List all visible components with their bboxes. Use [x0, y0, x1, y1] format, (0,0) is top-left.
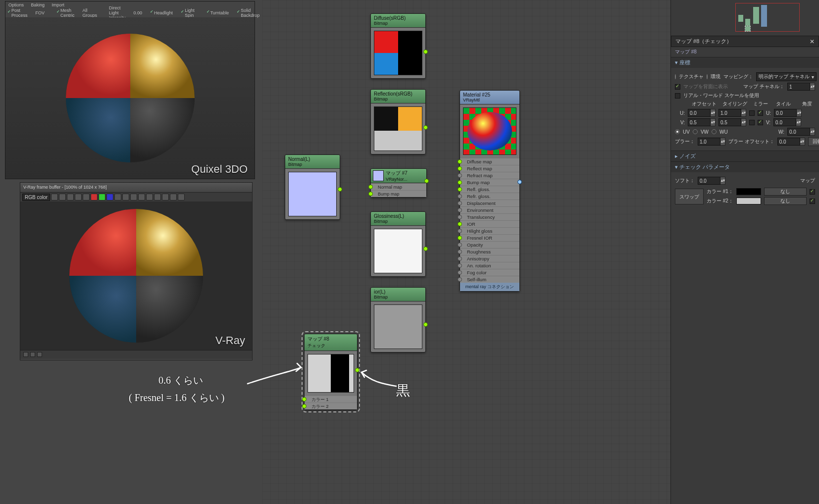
node-checker[interactable]: マップ #8チェック カラー 1 カラー 2 [304, 334, 358, 410]
vfb-icon[interactable] [130, 194, 137, 201]
vmtl-slot[interactable]: Refl. gloss. [460, 186, 519, 193]
mapchannel-input[interactable] [787, 83, 810, 91]
slot-color2[interactable]: カラー 2 [305, 403, 357, 409]
spinner-icon[interactable]: ▴▾ [796, 118, 801, 126]
input-socket[interactable] [458, 194, 462, 199]
color2-enable-checkbox[interactable] [810, 199, 815, 204]
color2-map-button[interactable]: なし [764, 197, 807, 205]
node-diffuse[interactable]: Diffuse(sRGB)Bitmap [370, 13, 426, 79]
vray-channel-dropdown[interactable]: RGB color [22, 194, 50, 201]
vfb-icon[interactable] [75, 194, 82, 201]
radio-uv[interactable] [675, 129, 680, 134]
showback-checkbox[interactable] [675, 84, 680, 90]
radio-wu[interactable] [712, 129, 717, 134]
color1-enable-checkbox[interactable] [810, 189, 815, 195]
rollout-header[interactable]: ▾ 座標 [671, 57, 819, 68]
spinner-icon[interactable]: ▴▾ [797, 109, 802, 117]
vfb-g-icon[interactable] [99, 194, 105, 201]
input-socket[interactable] [458, 229, 462, 233]
vfb-status-icon[interactable] [30, 352, 35, 357]
v-angle-input[interactable] [773, 118, 796, 126]
u-mirror-checkbox[interactable] [749, 110, 755, 116]
vmtl-slot[interactable]: An. rotation [460, 262, 519, 269]
vmtl-slot[interactable]: Self-illum [460, 276, 519, 283]
input-socket[interactable] [458, 277, 462, 282]
vmtl-slot[interactable]: Environment [460, 206, 519, 213]
input-socket[interactable] [458, 270, 462, 275]
spinner-icon[interactable]: ▴▾ [810, 83, 815, 91]
quixel-viewport[interactable]: Quixel 3DO [5, 17, 255, 179]
spinner-icon[interactable]: ▴▾ [720, 138, 725, 146]
w-angle-input[interactable] [787, 128, 810, 136]
groups-dropdown[interactable]: All Groups [83, 8, 98, 18]
radio-environ[interactable] [707, 74, 708, 79]
output-socket[interactable] [338, 187, 342, 192]
vfb-b-icon[interactable] [106, 194, 113, 201]
blur-input[interactable] [698, 138, 720, 146]
vfb-icon[interactable] [138, 194, 145, 201]
input-socket[interactable] [458, 215, 462, 219]
vfb-status-icon[interactable] [37, 352, 42, 357]
radio-vw[interactable] [693, 129, 698, 134]
spinner-icon[interactable]: ▴▾ [720, 177, 725, 185]
color1-swatch[interactable] [736, 188, 761, 195]
vmtl-slot[interactable]: Displacement [460, 200, 519, 206]
color1-map-button[interactable]: なし [764, 188, 807, 196]
menu-import[interactable]: Import [52, 2, 65, 7]
rollout-header[interactable]: ▾ チェック パラメータ [671, 162, 819, 172]
vmtl-slot[interactable]: Fresnel IOR [460, 234, 519, 241]
mapping-dropdown[interactable]: 明示的マップ チャネル ▾ [756, 72, 817, 81]
input-socket[interactable] [458, 159, 462, 164]
spinner-icon[interactable]: ▴▾ [741, 109, 746, 117]
vmtl-slot[interactable]: Opacity [460, 241, 519, 248]
menu-baking[interactable]: Baking [31, 2, 45, 7]
vfb-icon[interactable] [154, 194, 161, 201]
input-socket[interactable] [458, 166, 462, 171]
soft-input[interactable] [698, 177, 720, 185]
spinner-icon[interactable]: ▴▾ [800, 138, 805, 146]
menu-options[interactable]: Options [8, 2, 24, 7]
input-socket[interactable] [458, 201, 462, 205]
vfb-icon[interactable] [162, 194, 169, 201]
vfb-icon[interactable] [178, 194, 185, 201]
breadcrumb[interactable]: マップ #8 [671, 47, 819, 57]
vfb-icon[interactable] [114, 194, 121, 201]
vfb-icon[interactable] [146, 194, 153, 201]
output-socket[interactable] [423, 50, 428, 54]
vray-titlebar[interactable]: V-Ray frame buffer - [100% of 1024 x 768… [20, 183, 252, 193]
output-socket[interactable] [355, 368, 359, 372]
vfb-icon[interactable] [67, 194, 74, 201]
input-socket[interactable] [458, 187, 462, 192]
u-tile-checkbox[interactable] [758, 110, 763, 116]
input-socket[interactable] [458, 180, 462, 185]
input-socket[interactable] [458, 243, 462, 247]
input-socket[interactable] [368, 192, 373, 196]
output-socket[interactable] [423, 247, 428, 251]
input-socket[interactable] [458, 236, 462, 240]
vmtl-footer[interactable]: mental ray コネクション [460, 283, 519, 291]
v-tile-input[interactable] [718, 118, 741, 126]
quixel-menubar[interactable]: Options Baking Import [5, 1, 255, 8]
close-icon[interactable]: ✕ [810, 38, 815, 45]
node-reflection[interactable]: Reflection(sRGB)Bitmap [370, 89, 426, 154]
input-socket[interactable] [458, 263, 462, 268]
input-socket[interactable] [302, 397, 307, 402]
vfb-icon[interactable] [59, 194, 66, 201]
input-socket[interactable] [302, 404, 307, 408]
spinner-icon[interactable]: ▴▾ [711, 118, 716, 126]
input-socket[interactable] [368, 185, 373, 189]
output-socket[interactable] [423, 322, 428, 327]
v-mirror-checkbox[interactable] [749, 120, 755, 125]
vmtl-slot[interactable]: Hilight gloss [460, 227, 519, 234]
input-socket[interactable] [458, 222, 462, 226]
input-socket[interactable] [458, 250, 462, 254]
u-tile-input[interactable] [718, 109, 741, 117]
v-tile-checkbox[interactable] [758, 120, 763, 125]
node-vraymtl[interactable]: Material #25VRayMtl Diffuse mapReflect m… [460, 90, 520, 292]
vfb-save-icon[interactable] [51, 194, 58, 201]
vray-viewport[interactable]: V-Ray [20, 202, 252, 350]
spinner-icon[interactable]: ▴▾ [810, 128, 815, 136]
swap-button[interactable]: スワップ [675, 189, 704, 204]
slot-color1[interactable]: カラー 1 [305, 396, 357, 403]
v-offset-input[interactable] [688, 118, 711, 126]
